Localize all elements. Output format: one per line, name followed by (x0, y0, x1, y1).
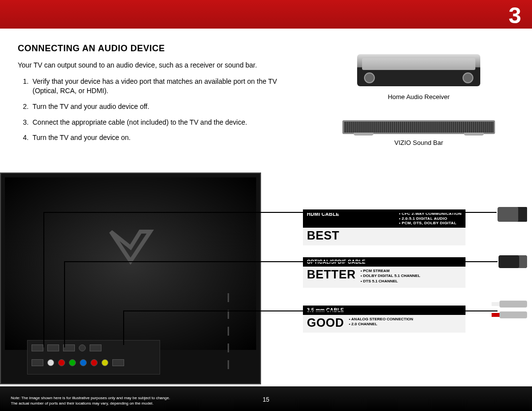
vizio-logo-icon (101, 227, 160, 266)
cable-rating: BEST (307, 230, 339, 241)
cable-bullets: • ANALOG STEREO CONNECTION • 2.0 CHANNEL (349, 317, 413, 327)
wire-hdmi (43, 212, 497, 213)
step-item: Turn the TV and your device on. (31, 133, 286, 143)
chapter-banner: 3 (0, 0, 532, 29)
cable-box-best: HDMI CABLE • CFC 2-WAY COMMUNICATION • 2… (303, 209, 466, 245)
tv-edge-dashes (228, 293, 229, 369)
page-number: 15 (263, 396, 269, 403)
soundbar-illustration (342, 120, 495, 134)
wire-optical (64, 261, 65, 347)
soundbar-label: VIZIO Sound Bar (340, 139, 498, 146)
cable-rating: BETTER (307, 269, 356, 280)
footer-strip: Note: The image shown here is for illust… (0, 386, 532, 411)
optical-connector-icon (499, 255, 527, 268)
connection-diagram: HDMI CABLE • CFC 2-WAY COMMUNICATION • 2… (0, 172, 532, 394)
port-panel (27, 340, 160, 375)
cable-bullets: • CFC 2-WAY COMMUNICATION • 2.0-5.1 DIGI… (399, 211, 462, 226)
cable-box-good: 3.5 mm CABLE GOOD • ANALOG STEREO CONNEC… (303, 306, 466, 333)
tv-back-illustration (0, 172, 261, 384)
steps-list: Verify that your device has a video port… (18, 77, 286, 143)
chapter-number: 3 (508, 2, 521, 29)
cable-rating: GOOD (307, 317, 344, 329)
wire-hdmi (43, 212, 44, 347)
intro-text: Your TV can output sound to an audio dev… (18, 61, 274, 70)
step-item: Connect the appropriate cable (not inclu… (31, 118, 286, 128)
step-item: Verify that your device has a video port… (31, 77, 286, 96)
step-item: Turn the TV and your audio device off. (31, 102, 286, 112)
wire-aux (123, 310, 124, 345)
device-examples: Home Audio Receiver VIZIO Sound Bar (340, 54, 498, 161)
rca-connector-icon (499, 301, 527, 318)
receiver-illustration (357, 54, 480, 86)
footnote: Note: The image shown here is for illust… (11, 396, 170, 406)
section-title: CONNECTING AN AUDIO DEVICE (18, 43, 532, 54)
hdmi-connector-icon (498, 207, 527, 222)
wire-optical (64, 261, 498, 262)
cable-bullets: • PCM STREAM • DOLBY DIGITAL 5.1 CHANNEL… (361, 269, 420, 284)
wire-aux (123, 310, 498, 311)
receiver-label: Home Audio Receiver (340, 93, 498, 101)
